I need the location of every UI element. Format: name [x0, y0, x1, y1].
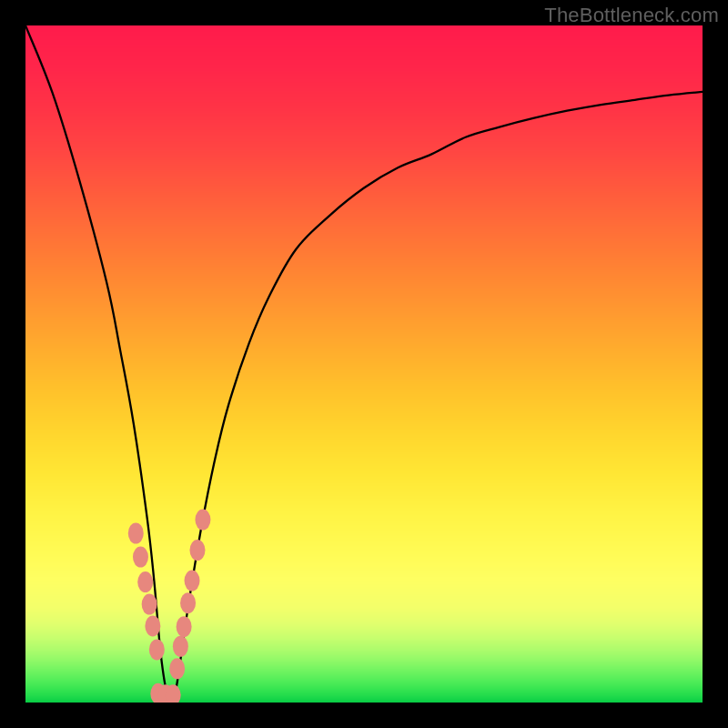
data-marker — [169, 658, 185, 679]
data-marker — [145, 615, 160, 636]
data-marker — [133, 547, 148, 568]
data-marker — [173, 636, 188, 657]
data-marker — [195, 510, 210, 531]
watermark-text: TheBottleneck.com — [544, 4, 719, 27]
data-marker — [137, 571, 153, 592]
data-marker — [180, 592, 196, 613]
data-marker — [185, 571, 200, 592]
data-marker — [128, 523, 144, 544]
data-marker — [189, 540, 205, 561]
chart-frame: TheBottleneck.com — [0, 0, 728, 728]
data-marker — [142, 594, 157, 615]
plot-area — [25, 25, 703, 703]
bottleneck-curve — [25, 25, 703, 703]
data-marker — [149, 639, 165, 660]
data-marker — [177, 616, 192, 637]
